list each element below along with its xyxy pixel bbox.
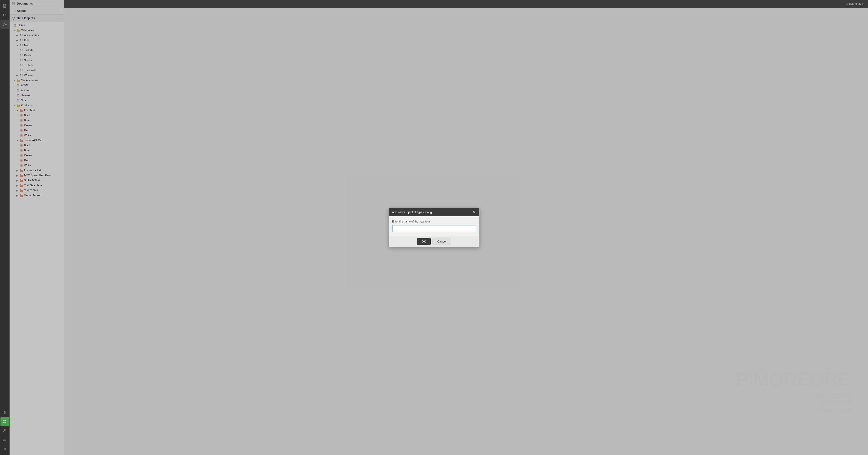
modal-input-label: Enter the name of the new item bbox=[392, 220, 476, 223]
modal-close-button[interactable]: ✕ bbox=[472, 210, 476, 214]
modal-overlay: Add new Object of type Config ✕ Enter th… bbox=[64, 0, 868, 455]
modal-cancel-button[interactable]: Cancel bbox=[433, 238, 451, 245]
modal-title: Add new Object of type Config bbox=[392, 210, 432, 214]
modal-ok-button[interactable]: OK bbox=[417, 238, 431, 245]
modal-body: Enter the name of the new item bbox=[389, 216, 479, 236]
main-content: PIMCORE PIM ORE O R E ® Open Source DAM … bbox=[64, 0, 868, 455]
modal-name-input[interactable] bbox=[392, 225, 476, 232]
modal-header: Add new Object of type Config ✕ bbox=[389, 208, 479, 216]
modal-footer: OK Cancel bbox=[389, 236, 479, 247]
modal-add-object: Add new Object of type Config ✕ Enter th… bbox=[389, 208, 479, 247]
